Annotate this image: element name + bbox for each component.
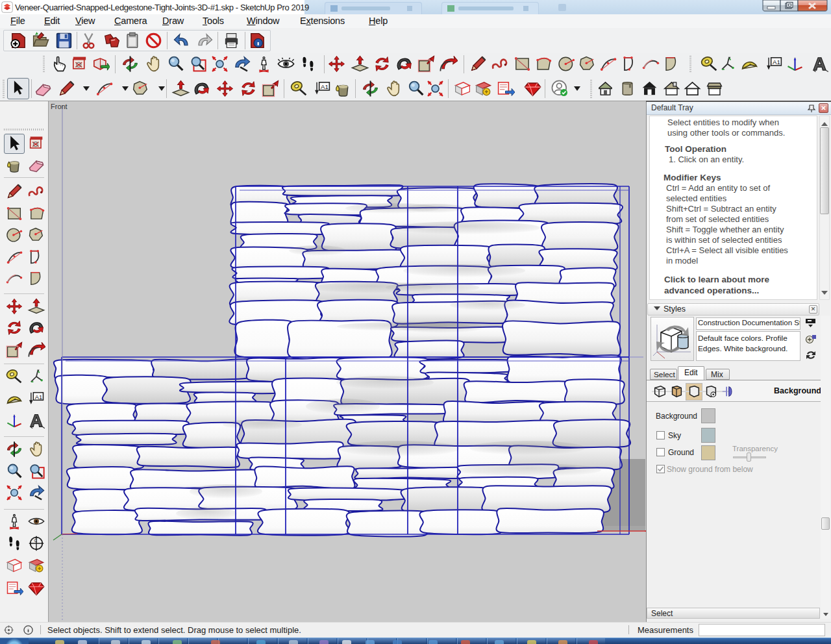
svg-text:A1: A1 [35,394,42,401]
svg-text:Front: Front [51,103,68,110]
svg-text:C: C [34,538,38,543]
svg-text:A1: A1 [773,58,780,66]
svg-text:A1: A1 [321,83,329,90]
